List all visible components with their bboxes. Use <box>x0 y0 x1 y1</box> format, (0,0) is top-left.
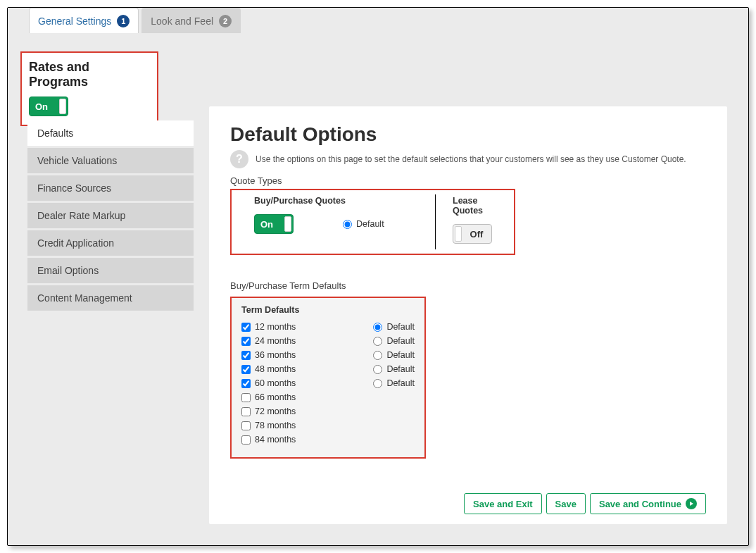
term-default-radio-input[interactable] <box>373 337 382 346</box>
term-default-radio[interactable]: Default <box>373 350 415 360</box>
term-default-radio[interactable]: Default <box>373 364 415 374</box>
term-row: 72 months <box>241 406 415 416</box>
term-checkbox[interactable]: 60 months <box>241 378 296 388</box>
term-default-radio[interactable]: Default <box>373 378 415 388</box>
term-default-label: Default <box>386 378 415 388</box>
tab-general-settings[interactable]: General Settings 1 <box>29 8 139 33</box>
tab-badge: 1 <box>117 15 130 27</box>
term-row: 12 monthsDefault <box>241 322 415 332</box>
buy-quotes-toggle[interactable]: On <box>254 214 294 234</box>
term-label: 24 months <box>255 336 296 346</box>
tab-badge: 2 <box>219 15 232 27</box>
term-default-radio[interactable]: Default <box>373 336 415 346</box>
sidebar-item-finance-sources[interactable]: Finance Sources <box>27 175 194 201</box>
tab-look-and-feel[interactable]: Look and Feel 2 <box>141 8 241 33</box>
term-row: 24 monthsDefault <box>241 336 415 346</box>
toggle-label: On <box>35 101 48 112</box>
sidebar-item-dealer-rate-markup[interactable]: Dealer Rate Markup <box>27 203 194 228</box>
term-default-radio-input[interactable] <box>373 379 382 388</box>
help-row: ? Use the options on this page to set th… <box>230 150 706 168</box>
term-label: 84 months <box>255 435 296 445</box>
toggle-knob-icon <box>455 226 462 242</box>
term-row: 60 monthsDefault <box>241 378 415 388</box>
buy-quotes-default-radio[interactable]: Default <box>343 219 384 229</box>
sidebar-item-label: Credit Application <box>37 237 114 249</box>
term-default-radio-input[interactable] <box>373 323 382 332</box>
term-label: 78 months <box>255 421 296 430</box>
page-title: Default Options <box>230 123 706 146</box>
button-label: Save and Continue <box>599 499 681 509</box>
footer-buttons: Save and Exit Save Save and Continue <box>464 493 706 514</box>
button-label: Save and Exit <box>473 499 533 509</box>
help-text: Use the options on this page to set the … <box>256 154 686 164</box>
sidebar-item-label: Defaults <box>37 128 73 139</box>
lease-quotes-toggle[interactable]: Off <box>453 224 492 244</box>
radio-label: Default <box>356 219 384 229</box>
term-checkbox[interactable]: 66 months <box>241 392 296 402</box>
lease-quotes-title: Lease Quotes <box>453 196 501 216</box>
tab-label: General Settings <box>38 15 111 27</box>
rates-programs-toggle[interactable]: On <box>29 97 68 116</box>
sidebar-item-credit-application[interactable]: Credit Application <box>27 230 194 256</box>
tab-bar: General Settings 1 Look and Feel 2 <box>8 8 748 33</box>
term-checkbox-input[interactable] <box>241 421 251 430</box>
term-label: 72 months <box>255 406 296 416</box>
term-row: 66 months <box>241 392 415 402</box>
term-checkbox-input[interactable] <box>241 435 251 445</box>
term-checkbox-input[interactable] <box>241 337 251 346</box>
term-default-label: Default <box>386 364 415 374</box>
sidebar-item-label: Email Options <box>37 265 99 276</box>
button-label: Save <box>555 499 577 509</box>
rates-programs-title: Rates and Programs <box>29 60 150 89</box>
term-checkbox-input[interactable] <box>241 407 251 416</box>
buy-quotes-default-radio-input[interactable] <box>343 220 352 229</box>
quote-types-lease-col: Lease Quotes Off <box>436 190 514 254</box>
term-checkbox[interactable]: 72 months <box>241 406 296 416</box>
save-and-continue-button[interactable]: Save and Continue <box>590 493 706 514</box>
term-default-radio-input[interactable] <box>373 365 382 374</box>
term-label: 48 months <box>255 364 296 374</box>
sidebar-item-label: Vehicle Valuations <box>37 155 117 166</box>
sidebar: DefaultsVehicle ValuationsFinance Source… <box>27 120 194 313</box>
term-label: 36 months <box>255 350 296 360</box>
term-checkbox-input[interactable] <box>241 379 251 388</box>
sidebar-item-content-management[interactable]: Content Management <box>27 285 194 311</box>
term-default-radio-input[interactable] <box>373 351 382 360</box>
toggle-knob-icon <box>59 99 66 114</box>
divider <box>435 194 436 249</box>
help-icon[interactable]: ? <box>230 150 248 168</box>
term-row: 48 monthsDefault <box>241 364 415 374</box>
quote-types-box: Buy/Purchase Quotes On Default Lease Quo… <box>230 189 515 255</box>
term-default-radio[interactable]: Default <box>373 322 415 332</box>
sidebar-item-label: Dealer Rate Markup <box>37 210 125 221</box>
term-default-label: Default <box>386 322 415 332</box>
toggle-knob-icon <box>284 216 291 232</box>
sidebar-item-vehicle-valuations[interactable]: Vehicle Valuations <box>27 148 194 173</box>
toggle-label: On <box>260 219 273 230</box>
main-panel: Default Options ? Use the options on thi… <box>209 106 727 524</box>
sidebar-item-label: Content Management <box>37 292 132 304</box>
term-label: 12 months <box>255 322 296 332</box>
term-row: 36 monthsDefault <box>241 350 415 360</box>
term-checkbox[interactable]: 12 months <box>241 322 296 332</box>
save-button[interactable]: Save <box>546 493 586 514</box>
term-checkbox[interactable]: 24 months <box>241 336 296 346</box>
term-checkbox-input[interactable] <box>241 323 251 332</box>
app-window: General Settings 1 Look and Feel 2 Rates… <box>7 7 749 546</box>
arrow-right-icon <box>686 498 697 509</box>
term-checkbox-input[interactable] <box>241 393 251 402</box>
sidebar-item-defaults[interactable]: Defaults <box>27 120 194 146</box>
save-and-exit-button[interactable]: Save and Exit <box>464 493 542 514</box>
term-checkbox[interactable]: 78 months <box>241 421 296 430</box>
term-checkbox-input[interactable] <box>241 351 251 360</box>
term-checkbox[interactable]: 36 months <box>241 350 296 360</box>
term-defaults-box: Term Defaults 12 monthsDefault24 monthsD… <box>230 297 426 459</box>
sidebar-item-email-options[interactable]: Email Options <box>27 258 194 283</box>
buy-quotes-title: Buy/Purchase Quotes <box>254 196 423 206</box>
tab-label: Look and Feel <box>151 15 213 27</box>
term-checkbox-input[interactable] <box>241 365 251 374</box>
term-checkbox[interactable]: 48 months <box>241 364 296 374</box>
term-label: 66 months <box>255 392 296 402</box>
term-checkbox[interactable]: 84 months <box>241 435 296 445</box>
term-row: 84 months <box>241 435 415 445</box>
